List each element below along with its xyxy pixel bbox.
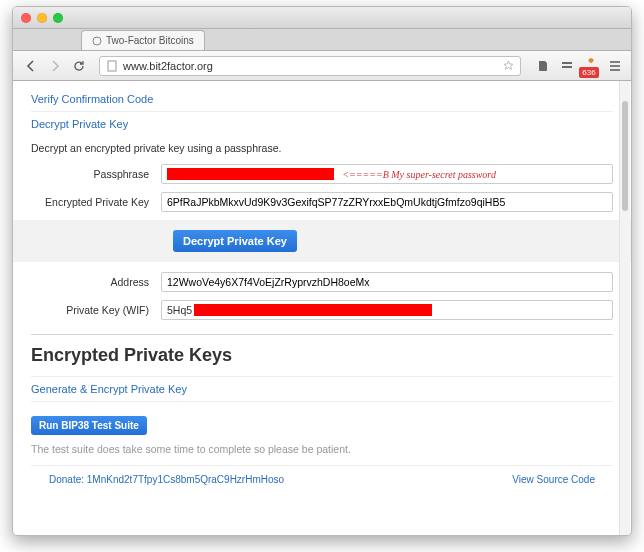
- adblock-extension-icon[interactable]: 636: [583, 58, 599, 74]
- run-test-suite-button[interactable]: Run BIP38 Test Suite: [31, 416, 147, 435]
- wif-label: Private Key (WIF): [31, 304, 161, 316]
- reload-icon: [73, 60, 85, 72]
- passphrase-annotation: <=====B My super-secret password: [342, 169, 496, 180]
- back-button[interactable]: [21, 57, 41, 75]
- encrypted-keys-heading: Encrypted Private Keys: [31, 345, 613, 366]
- hamburger-icon: [608, 59, 622, 73]
- tab-active[interactable]: Two-Factor Bitcoins: [81, 30, 205, 50]
- passphrase-input[interactable]: <=====B My super-secret password: [161, 164, 613, 184]
- encrypted-key-input[interactable]: [161, 192, 613, 212]
- link-decrypt-private-key[interactable]: Decrypt Private Key: [31, 112, 613, 136]
- browser-toolbar: www.bit2factor.org 636: [13, 51, 631, 81]
- close-window-icon[interactable]: [21, 13, 31, 23]
- address-label: Address: [31, 276, 161, 288]
- forward-button[interactable]: [45, 57, 65, 75]
- tab-bar: Two-Factor Bitcoins: [13, 29, 631, 51]
- svg-rect-1: [108, 61, 116, 71]
- address-bar[interactable]: www.bit2factor.org: [99, 56, 521, 76]
- wif-output[interactable]: 5Hq5: [161, 300, 613, 320]
- vertical-scrollbar[interactable]: [619, 81, 630, 535]
- section-divider: [31, 334, 613, 335]
- link-verify-confirmation[interactable]: Verify Confirmation Code: [31, 87, 613, 112]
- tab-title: Two-Factor Bitcoins: [106, 35, 194, 46]
- redacted-block: [194, 304, 432, 316]
- browser-window: Two-Factor Bitcoins www.bit2factor.org 6…: [12, 6, 632, 536]
- test-suite-note: The test suite does take some time to co…: [31, 443, 613, 455]
- page-viewport: Verify Confirmation Code Decrypt Private…: [13, 81, 631, 535]
- minimize-window-icon[interactable]: [37, 13, 47, 23]
- titlebar: [13, 7, 631, 29]
- wif-prefix: 5Hq5: [167, 304, 192, 316]
- url-text: www.bit2factor.org: [123, 60, 503, 72]
- redacted-block: [167, 168, 334, 180]
- decrypt-description: Decrypt an encrypted private key using a…: [31, 136, 613, 164]
- scrollbar-thumb[interactable]: [622, 101, 628, 211]
- page-footer: Donate: 1MnKnd2t7Tfpy1Cs8bm5QraC9HzrHmHo…: [31, 465, 613, 485]
- address-output[interactable]: [161, 272, 613, 292]
- passphrase-label: Passphrase: [31, 168, 161, 180]
- evernote-extension-icon[interactable]: [535, 58, 551, 74]
- encrypted-key-label: Encrypted Private Key: [31, 196, 161, 208]
- view-source-link[interactable]: View Source Code: [512, 474, 595, 485]
- zoom-window-icon[interactable]: [53, 13, 63, 23]
- svg-point-0: [93, 37, 101, 45]
- svg-rect-2: [562, 62, 572, 64]
- svg-rect-3: [562, 66, 572, 68]
- settings-extension-icon[interactable]: [559, 58, 575, 74]
- decrypt-action-strip: Decrypt Private Key: [13, 220, 631, 262]
- link-generate-encrypt[interactable]: Generate & Encrypt Private Key: [31, 376, 613, 402]
- reload-button[interactable]: [69, 57, 89, 75]
- chevron-right-icon: [49, 60, 61, 72]
- chevron-left-icon: [25, 60, 37, 72]
- page-icon: [106, 60, 118, 72]
- donate-link[interactable]: Donate: 1MnKnd2t7Tfpy1Cs8bm5QraC9HzrHmHo…: [49, 474, 284, 485]
- globe-icon: [92, 36, 102, 46]
- menu-button[interactable]: [607, 58, 623, 74]
- bookmark-star-icon[interactable]: [503, 60, 514, 71]
- extension-badge: 636: [579, 67, 598, 78]
- decrypt-button[interactable]: Decrypt Private Key: [173, 230, 297, 252]
